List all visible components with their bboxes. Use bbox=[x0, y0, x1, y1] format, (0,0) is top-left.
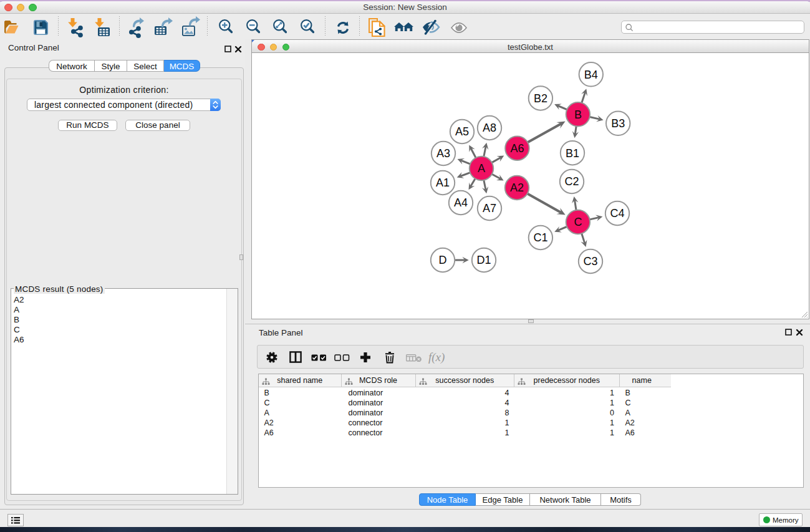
svg-text:B4: B4 bbox=[584, 69, 598, 81]
svg-text:B: B bbox=[574, 109, 582, 121]
svg-text:C1: C1 bbox=[533, 231, 547, 244]
svg-text:A7: A7 bbox=[483, 202, 496, 215]
svg-text:C2: C2 bbox=[564, 175, 579, 188]
svg-text:A8: A8 bbox=[483, 122, 496, 134]
svg-text:A3: A3 bbox=[436, 147, 450, 160]
svg-text:A6: A6 bbox=[510, 142, 524, 155]
svg-text:B2: B2 bbox=[534, 92, 547, 105]
svg-text:B1: B1 bbox=[566, 147, 579, 160]
svg-text:C4: C4 bbox=[610, 207, 624, 220]
svg-text:D: D bbox=[439, 254, 447, 266]
svg-text:A1: A1 bbox=[436, 177, 450, 189]
svg-text:A5: A5 bbox=[455, 125, 469, 138]
svg-text:C3: C3 bbox=[583, 255, 597, 268]
svg-text:A4: A4 bbox=[454, 196, 468, 209]
svg-text:C: C bbox=[574, 216, 582, 228]
svg-text:D1: D1 bbox=[476, 254, 491, 266]
svg-text:A2: A2 bbox=[510, 181, 524, 194]
svg-text:A: A bbox=[478, 162, 485, 175]
svg-text:B3: B3 bbox=[611, 117, 625, 130]
